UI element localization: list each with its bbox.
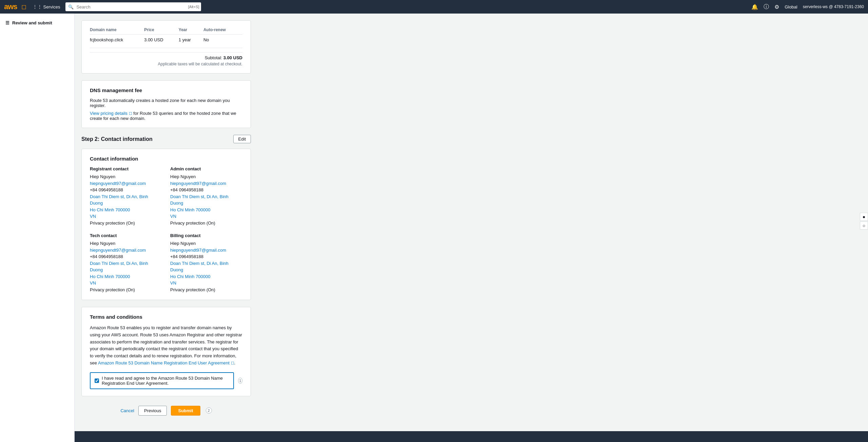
grid-icon: ⋮⋮ [33, 4, 42, 9]
notification-icon[interactable]: 🔔 [751, 4, 758, 10]
contact-grid: Registrant contact Hiep Nguyen hiepnguye… [90, 166, 242, 293]
registrant-country: VN [90, 213, 162, 220]
global-region[interactable]: Global [785, 4, 797, 9]
billing-country: VN [170, 280, 242, 287]
billing-address: Doan Thi Diem st, Di An, Binh Duong [170, 260, 242, 273]
billing-name: Hiep Nguyen [170, 240, 242, 247]
admin-city: Ho Chi Minh 700000 [170, 207, 242, 213]
registrant-contact-section: Registrant contact Hiep Nguyen hiepnguye… [90, 166, 162, 226]
dns-link-row: View pricing details ☐ for Route 53 quer… [90, 111, 242, 121]
auto-renew-cell: No [203, 35, 242, 44]
contact-card-title: Contact information [90, 156, 242, 162]
search-icon: 🔍 [65, 4, 74, 9]
previous-button[interactable]: Previous [138, 406, 167, 416]
subtotal-row: Subtotal: 3.00 USD [90, 52, 242, 60]
terms-checkbox-label[interactable]: I have read and agree to the Amazon Rout… [102, 376, 229, 386]
price-cell: 3.00 USD [144, 35, 179, 44]
aws-logo: aws [4, 2, 17, 11]
hamburger-icon: ☰ [5, 20, 9, 25]
nav-right: 🔔 ⓘ ⚙ Global serverless-ws @ 4783-7191-2… [751, 3, 864, 10]
terms-checkbox-row-container: I have read and agree to the Amazon Rout… [90, 372, 242, 389]
cancel-button[interactable]: Cancel [120, 408, 134, 413]
dns-card-title: DNS management fee [90, 87, 242, 93]
terms-checkbox[interactable] [95, 378, 99, 383]
billing-city: Ho Chi Minh 700000 [170, 273, 242, 280]
terms-title: Terms and conditions [90, 314, 242, 320]
tech-email: hiepnguyendt97@gmail.com [90, 247, 162, 254]
bottom-actions: Cancel Previous Submit 2 [81, 406, 251, 429]
col-auto-renew: Auto-renew [203, 27, 242, 35]
search-shortcut: [Alt+S] [188, 5, 201, 9]
domain-registration-card: Domain name Price Year Auto-renew fcjboo… [81, 20, 251, 73]
table-row: fcjbookshop.click 3.00 USD 1 year No [90, 35, 242, 44]
sidebar-title: Review and submit [12, 20, 52, 25]
registrant-label: Registrant contact [90, 166, 162, 171]
submit-button[interactable]: Submit [171, 406, 200, 416]
top-nav: aws ◻ ⋮⋮ Services 🔍 [Alt+S] 🔔 ⓘ ⚙ Global… [0, 0, 868, 14]
terms-body: Amazon Route 53 enables you to register … [90, 324, 242, 367]
billing-label: Billing contact [170, 233, 242, 238]
tech-country: VN [90, 280, 162, 287]
right-icons: ● ○ [860, 213, 868, 230]
admin-phone: +84 0964958188 [170, 187, 242, 193]
view-pricing-link[interactable]: View pricing details [90, 111, 127, 116]
subtotal-amount: 3.00 USD [223, 55, 242, 60]
domain-name-cell: fcjbookshop.click [90, 35, 144, 44]
subtotal-label: Subtotal: [205, 55, 222, 60]
tech-phone: +84 0964958188 [90, 253, 162, 260]
external-link-icon-terms: ☐ [231, 361, 234, 365]
admin-email: hiepnguyendt97@gmail.com [170, 180, 242, 187]
billing-email: hiepnguyendt97@gmail.com [170, 247, 242, 254]
external-link-icon: ☐ [129, 111, 132, 115]
aws-icon: ◻ [21, 3, 26, 10]
registrant-phone: +84 0964958188 [90, 187, 162, 193]
tech-label: Tech contact [90, 233, 162, 238]
tech-contact-section: Tech contact Hiep Nguyen hiepnguyendt97@… [90, 233, 162, 293]
tech-name: Hiep Nguyen [90, 240, 162, 247]
year-cell: 1 year [179, 35, 203, 44]
admin-name: Hiep Nguyen [170, 173, 242, 180]
dns-description: Route 53 automatically creates a hosted … [90, 98, 242, 108]
terms-checkbox-row: I have read and agree to the Amazon Rout… [90, 372, 234, 389]
col-domain-name: Domain name [90, 27, 144, 35]
sidebar: ☰ Review and submit [0, 14, 75, 442]
tech-city: Ho Chi Minh 700000 [90, 273, 162, 280]
col-price: Price [144, 27, 179, 35]
billing-phone: +84 0964958188 [170, 253, 242, 260]
settings-icon[interactable]: ⚙ [774, 4, 779, 10]
tech-address: Doan Thi Diem st, Di An, Binh Duong [90, 260, 162, 273]
col-year: Year [179, 27, 203, 35]
right-icon-circle-2[interactable]: ○ [860, 222, 868, 230]
registrant-address: Doan Thi Diem st, Di An, Binh Duong [90, 193, 162, 207]
registrant-privacy: Privacy protection (On) [90, 220, 162, 227]
terms-link[interactable]: Amazon Route 53 Domain Name Registration… [98, 360, 230, 365]
admin-country: VN [170, 213, 242, 220]
admin-label: Admin contact [170, 166, 242, 171]
tooltip-badge-1[interactable]: 1 [238, 378, 242, 384]
tax-note: Applicable taxes will be calculated at c… [90, 62, 242, 66]
feedback-link[interactable]: Feedback [5, 431, 868, 442]
registrant-name: Hiep Nguyen [90, 173, 162, 180]
billing-contact-section: Billing contact Hiep Nguyen hiepnguyendt… [170, 233, 242, 293]
registrant-email: hiepnguyendt97@gmail.com [90, 180, 162, 187]
billing-privacy: Privacy protection (On) [170, 287, 242, 293]
services-button[interactable]: ⋮⋮ Services [30, 3, 63, 11]
domain-table: Domain name Price Year Auto-renew fcjboo… [90, 27, 242, 44]
registrant-city: Ho Chi Minh 700000 [90, 207, 162, 213]
terms-card: Terms and conditions Amazon Route 53 ena… [81, 307, 251, 396]
search-bar: 🔍 [Alt+S] [65, 2, 201, 11]
admin-privacy: Privacy protection (On) [170, 220, 242, 227]
support-icon[interactable]: ⓘ [764, 3, 769, 10]
account-info[interactable]: serverless-ws @ 4783-7191-2360 [803, 4, 864, 9]
search-input[interactable] [74, 2, 188, 11]
sidebar-header[interactable]: ☰ Review and submit [0, 18, 74, 28]
admin-address: Doan Thi Diem st, Di An, Binh Duong [170, 193, 242, 207]
right-icon-circle-1[interactable]: ● [860, 213, 868, 221]
tech-privacy: Privacy protection (On) [90, 287, 162, 293]
edit-button[interactable]: Edit [233, 135, 251, 143]
dns-management-card: DNS management fee Route 53 automaticall… [81, 80, 251, 128]
admin-contact-section: Admin contact Hiep Nguyen hiepnguyendt97… [170, 166, 242, 226]
main-content: Domain name Price Year Auto-renew fcjboo… [0, 14, 868, 442]
bottom-bar: ■ CloudShell Feedback © 2024, Amazon Web… [0, 431, 868, 442]
tooltip-badge-2[interactable]: 2 [206, 407, 212, 414]
